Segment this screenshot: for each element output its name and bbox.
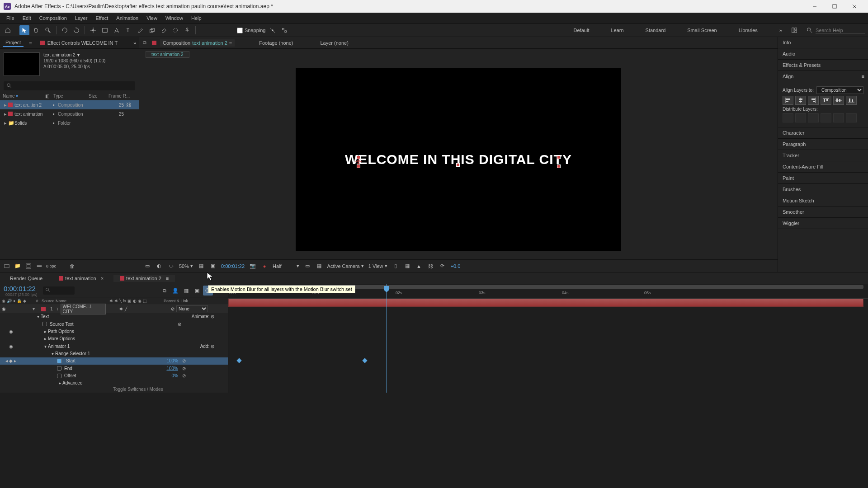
tab-comp-2[interactable]: text animation 2≡ (113, 275, 175, 282)
panel-menu-icon[interactable]: ≡ (166, 276, 169, 281)
align-bottom-button[interactable] (846, 96, 857, 105)
stopwatch-icon[interactable] (57, 359, 61, 363)
roto-tool[interactable] (170, 25, 180, 35)
menu-animation[interactable]: Animation (113, 14, 142, 22)
anchor-tool[interactable] (88, 25, 98, 35)
search-help-input[interactable] (816, 28, 865, 33)
prop-path-options[interactable]: ◉▸ Path Options (0, 328, 228, 335)
tab-project[interactable]: Project (3, 39, 24, 47)
panel-menu-icon[interactable]: ≡ (229, 40, 232, 46)
always-preview-icon[interactable]: ▭ (144, 263, 151, 270)
current-time[interactable]: 0:00:01:22 (221, 263, 245, 269)
menu-effect[interactable]: Effect (92, 14, 112, 22)
menu-view[interactable]: View (143, 14, 161, 22)
twirl-icon[interactable]: ▸ (3, 102, 8, 108)
align-right-button[interactable] (808, 96, 819, 105)
grid-icon[interactable]: ▦ (316, 263, 323, 270)
panel-smoother[interactable]: Smoother (778, 206, 868, 217)
shy-toggle-icon[interactable]: 👤 (170, 286, 180, 296)
composition-canvas[interactable]: WELCOME IN THIS DIGITAL CITY (296, 68, 621, 251)
text-tool[interactable]: T (123, 25, 133, 35)
ws-learn[interactable]: Learn (605, 26, 629, 35)
keyframe-icon[interactable] (236, 358, 241, 363)
rotation-tool[interactable] (71, 25, 81, 35)
index-column[interactable]: # (33, 299, 42, 303)
panel-tracker[interactable]: Tracker (778, 150, 868, 161)
tab-render-queue[interactable]: Render Queue (4, 275, 49, 282)
playhead[interactable] (387, 284, 387, 393)
panel-menu-icon[interactable]: ≡ (29, 40, 32, 46)
current-time[interactable]: 0:00:01:22 (4, 285, 38, 292)
comp-name[interactable]: text animation 2 (43, 52, 75, 57)
views-dropdown[interactable]: 1 View▾ (368, 263, 387, 269)
project-search-input[interactable] (12, 83, 132, 89)
comp-mini-flow-icon[interactable]: ⧉ (160, 286, 170, 296)
selection-handle[interactable] (357, 164, 360, 168)
col-type[interactable]: Type (53, 94, 89, 99)
puppet-tool[interactable] (182, 25, 192, 35)
prop-end[interactable]: End 100% ⊘ (0, 365, 228, 372)
snapshot-icon[interactable]: 📷 (249, 263, 256, 270)
minimize-button[interactable] (805, 0, 825, 13)
renderer-icon[interactable]: ▲ (415, 263, 423, 270)
stopwatch-icon[interactable] (57, 374, 61, 378)
flow-icon[interactable]: ⧉ (143, 40, 146, 46)
hand-tool[interactable] (31, 25, 41, 35)
panel-paragraph[interactable]: Paragraph (778, 139, 868, 150)
camera-dropdown[interactable]: Active Camera▾ (327, 263, 364, 269)
twirl-icon[interactable]: ▾ (33, 306, 35, 311)
menu-layer[interactable]: Layer (71, 14, 91, 22)
resolution-dropdown[interactable]: Half▾ (273, 263, 299, 269)
eye-column-icon[interactable]: ◉ (2, 299, 5, 303)
project-item[interactable]: ▸ text animation ▪ Composition 25 (0, 109, 139, 118)
pen-tool[interactable] (112, 25, 122, 35)
clone-tool[interactable] (147, 25, 157, 35)
align-target-select[interactable]: Composition (816, 86, 863, 94)
guides-icon[interactable]: ⛓ (427, 263, 434, 270)
tab-composition[interactable]: Composition text animation 2 ≡ (160, 39, 235, 47)
lock-column-icon[interactable]: 🔒 (17, 299, 22, 303)
parent-select[interactable]: None (176, 305, 208, 312)
orbit-tool[interactable] (60, 25, 70, 35)
next-key-icon[interactable]: ▸ (14, 358, 16, 363)
brush-tool[interactable] (135, 25, 145, 35)
selection-handle[interactable] (357, 155, 360, 159)
pixel-aspect-icon[interactable]: ▯ (392, 263, 399, 270)
tab-comp-1[interactable]: text animation× (52, 275, 110, 282)
exposure-value[interactable]: +0.0 (451, 263, 461, 269)
selection-tool[interactable] (19, 25, 29, 35)
selection-handle[interactable] (557, 164, 561, 168)
snap-option-1[interactable] (268, 25, 278, 35)
project-item[interactable]: ▸ 📁 Solids ▪ Folder (0, 118, 139, 127)
expression-link-icon[interactable]: ⊘ (181, 373, 187, 378)
ws-default[interactable]: Default (568, 26, 595, 35)
menu-window[interactable]: Window (162, 14, 187, 22)
stopwatch-icon[interactable] (57, 366, 61, 371)
label-column-icon[interactable]: ◧ (45, 94, 49, 99)
zoom-dropdown[interactable]: 50%▾ (179, 263, 193, 269)
ws-small-screen[interactable]: Small Screen (682, 26, 722, 35)
bpc-toggle[interactable] (35, 262, 43, 270)
timeline-search[interactable] (43, 286, 75, 295)
parent-column[interactable]: Parent & Link (164, 299, 228, 303)
panel-effects-presets[interactable]: Effects & Presets (778, 60, 868, 70)
ws-standard[interactable]: Standard (640, 26, 671, 35)
prop-start[interactable]: ◂◆▸ Start 100% ⊘ (0, 357, 228, 365)
folder-icon[interactable]: 📁 (14, 262, 22, 270)
animate-add-icon[interactable]: ⊙ (211, 314, 214, 319)
bpc-label[interactable]: 8 bpc (46, 264, 56, 268)
3d-icon[interactable]: ▦ (404, 263, 411, 270)
audio-column-icon[interactable]: 🔊 (7, 299, 12, 303)
channel-icon[interactable]: ● (261, 263, 268, 270)
timeline-graph[interactable]: 00s 01s 02s 03s 04s 05s Enables Motion B… (228, 284, 868, 393)
prop-advanced[interactable]: ▸ Advanced (0, 380, 228, 387)
trash-icon[interactable]: 🗑 (68, 262, 76, 270)
tab-footage[interactable]: Footage (none) (256, 39, 296, 47)
menu-edit[interactable]: Edit (19, 14, 35, 22)
col-framerate[interactable]: Frame R... (108, 94, 131, 99)
panel-align[interactable]: Align≡ (778, 71, 868, 82)
search-help[interactable] (807, 27, 865, 33)
prop-animator[interactable]: ◉▾ Animator 1 Add: ⊙ (0, 343, 228, 350)
timeline-layer[interactable]: ◉ ▾ 1 TWELCOME...L CITY ✱╱ ⊘ None (0, 305, 228, 313)
resolution-icon[interactable]: ▦ (198, 263, 205, 270)
